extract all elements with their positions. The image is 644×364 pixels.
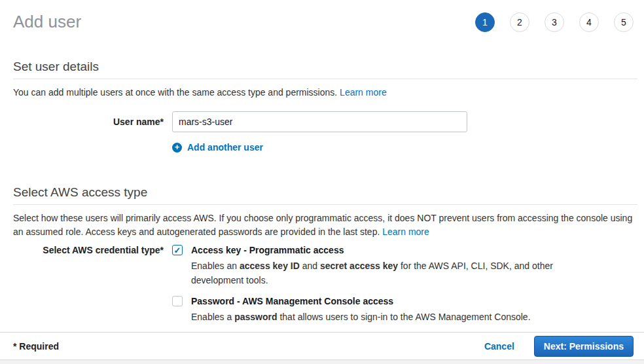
learn-more-link-access-type[interactable]: Learn more xyxy=(382,227,429,237)
console-access-checkbox[interactable] xyxy=(172,296,183,306)
credential-type-row: Select AWS credential type* ✓ Access key… xyxy=(13,244,637,332)
programmatic-access-desc: Enables an access key ID and secret acce… xyxy=(191,259,555,287)
next-permissions-button[interactable]: Next: Permissions xyxy=(534,336,634,357)
programmatic-access-texts: Access key - Programmatic access Enables… xyxy=(191,244,555,287)
console-access-texts: Password - AWS Management Console access… xyxy=(191,295,531,324)
user-details-intro-text: You can add multiple users at once with … xyxy=(13,87,340,98)
desc-part: Enables a xyxy=(191,312,234,322)
user-name-row: User name* xyxy=(13,111,637,132)
page-title: Add user xyxy=(13,12,81,32)
page-bottom-strip xyxy=(0,359,644,364)
option-programmatic-access: ✓ Access key - Programmatic access Enabl… xyxy=(172,244,555,287)
set-user-details-section: Set user details You can add multiple us… xyxy=(13,60,637,153)
step-indicator: 12345 xyxy=(475,12,634,32)
cancel-button[interactable]: Cancel xyxy=(484,341,514,352)
wizard-footer: * Required Cancel Next: Permissions xyxy=(0,332,644,359)
user-name-field-wrap xyxy=(172,111,467,132)
step-circle-3: 3 xyxy=(545,12,564,32)
learn-more-link-user-details[interactable]: Learn more xyxy=(340,87,387,98)
section-heading-user-details: Set user details xyxy=(13,60,637,79)
credential-type-label: Select AWS credential type* xyxy=(13,244,164,332)
console-access-desc: Enables a password that allows users to … xyxy=(191,310,531,324)
step-circle-4: 4 xyxy=(579,12,599,32)
step-circle-1: 1 xyxy=(475,12,495,32)
user-name-label: User name* xyxy=(13,111,164,132)
section-heading-access-type: Select AWS access type xyxy=(13,185,637,205)
desc-part: Enables an xyxy=(191,261,240,271)
user-name-input[interactable] xyxy=(172,111,467,132)
access-type-intro-text: Select how these users will primarily ac… xyxy=(13,213,632,237)
user-details-intro: You can add multiple users at once with … xyxy=(13,86,637,100)
credential-options: ✓ Access key - Programmatic access Enabl… xyxy=(172,244,555,332)
access-type-section: Select AWS access type Select how these … xyxy=(13,185,637,332)
console-access-title: Password - AWS Management Console access xyxy=(191,295,531,307)
wizard-content: Set user details You can add multiple us… xyxy=(0,60,644,332)
add-another-user-label: Add another user xyxy=(187,142,263,153)
required-note: * Required xyxy=(13,341,59,352)
plus-circle-icon: + xyxy=(172,143,182,153)
step-circle-5: 5 xyxy=(614,12,634,32)
programmatic-access-title: Access key - Programmatic access xyxy=(191,244,555,256)
step-circle-2: 2 xyxy=(510,12,529,32)
desc-part: access key ID xyxy=(240,261,300,271)
footer-actions: Cancel Next: Permissions xyxy=(484,336,634,357)
desc-part: that allows users to sign-in to the AWS … xyxy=(277,312,531,322)
desc-part: password xyxy=(234,312,277,322)
wizard-header: Add user 12345 xyxy=(0,0,644,32)
desc-part: secret access key xyxy=(320,261,398,271)
access-type-intro: Select how these users will primarily ac… xyxy=(13,211,637,239)
option-console-access: Password - AWS Management Console access… xyxy=(172,295,555,324)
desc-part: and xyxy=(300,261,320,271)
programmatic-access-checkbox[interactable]: ✓ xyxy=(172,245,183,255)
add-another-user-button[interactable]: + Add another user xyxy=(172,142,263,153)
